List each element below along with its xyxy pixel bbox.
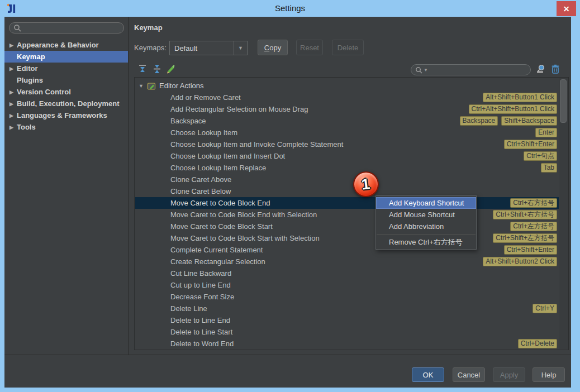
sidebar-item-keymap[interactable]: Keymap [4, 51, 128, 63]
action-label: Choose Lookup Item [170, 128, 237, 137]
action-label: Add or Remove Caret [170, 93, 241, 102]
tree-scrollbar-thumb[interactable] [560, 79, 567, 123]
shortcut-chips: Alt+Shift+Button1 Click [483, 93, 559, 102]
close-button[interactable]: ✕ [557, 1, 576, 16]
sidebar-item-label: Plugins [17, 76, 43, 84]
settings-nav: ▶Appearance & BehaviorKeymap▶EditorPlugi… [4, 39, 128, 133]
copy-button[interactable]: Copy [258, 40, 288, 55]
reset-button[interactable]: Reset [296, 40, 323, 55]
keymaps-label: Keymaps: [134, 41, 167, 55]
expand-arrow-icon[interactable]: ▶ [9, 89, 17, 95]
keymap-action-row[interactable]: Cut Line Backward [135, 267, 559, 279]
help-button[interactable]: Help [533, 367, 565, 382]
collapse-arrow-icon[interactable]: ▼ [139, 83, 147, 89]
shortcut-chips: Ctrl+Shift+Enter [504, 245, 559, 255]
expand-arrow-icon[interactable]: ▶ [9, 125, 17, 130]
sidebar-item-plugins[interactable]: Plugins [4, 74, 128, 86]
keymap-action-row[interactable]: Clone Caret Below [135, 185, 559, 197]
keymap-action-row[interactable]: Create Rectangular SelectionAlt+Shift+Bu… [135, 256, 559, 267]
keymap-action-row[interactable]: Choose Lookup Item ReplaceTab [135, 162, 559, 174]
shortcut-chips: Ctrl+句点 [524, 151, 559, 161]
keymap-action-row[interactable]: Choose Lookup Item and Invoke Complete S… [135, 138, 559, 150]
annotation-badge-label: 1 [361, 175, 372, 194]
keymap-action-row[interactable]: Decrease Font Size [135, 291, 559, 303]
chevron-down-icon[interactable]: ▼ [234, 41, 247, 55]
menu-item-add-keyboard-shortcut[interactable]: Add Keyboard Shortcut [376, 197, 476, 209]
keymap-page: Keymap Keymaps: Default ▼ Copy Reset Del… [129, 17, 571, 355]
tree-rows: ▼Editor ActionsAdd or Remove CaretAlt+Sh… [135, 78, 559, 349]
keymap-action-row[interactable]: Delete to Line End [135, 314, 559, 326]
shortcut-chip: Shift+Backspace [501, 116, 557, 126]
keymap-select[interactable]: Default ▼ [169, 41, 248, 55]
expand-all-icon[interactable] [137, 64, 148, 74]
shortcut-chip: Ctrl+Delete [518, 339, 557, 348]
expand-arrow-icon[interactable]: ▶ [9, 42, 17, 48]
shortcut-chip: Ctrl+Shift+Enter [504, 245, 557, 255]
shortcut-chip: Ctrl+左方括号 [510, 222, 557, 231]
settings-search-input[interactable] [9, 22, 124, 34]
action-label: Choose Lookup Item Replace [170, 164, 266, 172]
keymap-action-row[interactable]: Add Rectangular Selection on Mouse DragC… [135, 103, 559, 115]
find-actions-by-shortcut-icon[interactable] [535, 64, 546, 75]
cancel-button[interactable]: Cancel [453, 367, 485, 382]
shortcut-chip: Enter [535, 128, 557, 137]
keymap-group-row[interactable]: ▼Editor Actions [135, 80, 559, 92]
menu-item-add-mouse-shortcut[interactable]: Add Mouse Shortcut [376, 209, 476, 221]
keymap-action-row[interactable]: BackspaceBackspaceShift+Backspace [135, 115, 559, 127]
shortcut-chip: Ctrl+右方括号 [510, 198, 557, 208]
trash-icon[interactable] [550, 64, 561, 75]
shortcut-filter-input[interactable]: ▼ [411, 64, 531, 75]
titlebar: Settings ✕ [0, 0, 580, 17]
apply-button[interactable]: Apply [493, 367, 525, 382]
search-icon [415, 66, 422, 74]
keymap-action-row[interactable]: Choose Lookup ItemEnter [135, 127, 559, 138]
sidebar-item-editor[interactable]: ▶Editor [4, 63, 128, 74]
action-label: Move Caret to Code Block End with Select… [170, 211, 317, 219]
keymap-action-row[interactable]: Choose Lookup Item and Insert DotCtrl+句点 [135, 150, 559, 162]
keymap-action-row[interactable]: Move Caret to Code Block Start with Sele… [135, 232, 559, 244]
sidebar-item-tools[interactable]: ▶Tools [4, 121, 128, 133]
expand-arrow-icon[interactable]: ▶ [9, 66, 17, 71]
action-label: Delete to Line Start [170, 328, 232, 336]
shortcut-chips: Ctrl+Shift+Enter [504, 140, 559, 149]
annotation-badge-1: 1 [353, 171, 379, 197]
action-label: Choose Lookup Item and Insert Dot [170, 152, 285, 160]
shortcut-chips: Ctrl+Y [533, 304, 559, 313]
keymap-action-row[interactable]: Complete Current StatementCtrl+Shift+Ent… [135, 244, 559, 256]
action-label: Cut Line Backward [170, 269, 231, 278]
action-label: Move Caret to Code Block End [170, 199, 270, 207]
keymap-action-row[interactable]: Cut up to Line End [135, 279, 559, 291]
keymap-action-row[interactable]: Delete to Line Start [135, 326, 559, 338]
sidebar-item-version-control[interactable]: ▶Version Control [4, 86, 128, 98]
menu-item-add-abbreviation[interactable]: Add Abbreviation [376, 221, 476, 232]
keymap-action-row[interactable]: Move Caret to Code Block StartCtrl+左方括号 [135, 221, 559, 232]
keymap-action-row[interactable]: Move Caret to Code Block End with Select… [135, 209, 559, 221]
delete-button[interactable]: Delete [332, 40, 364, 55]
sidebar-item-appearance-behavior[interactable]: ▶Appearance & Behavior [4, 39, 128, 51]
search-icon [13, 24, 21, 32]
sidebar-item-label: Appearance & Behavior [17, 41, 99, 49]
shortcut-chips: Ctrl+Alt+Shift+Button1 Click [469, 104, 559, 114]
collapse-all-icon[interactable] [152, 64, 162, 74]
shortcut-chip: Ctrl+句点 [524, 151, 557, 161]
shortcut-chips: Ctrl+Shift+右方括号 [493, 210, 559, 219]
ok-button[interactable]: OK [412, 367, 444, 382]
keymap-select-value: Default [170, 44, 234, 52]
settings-window: Settings ✕ ▶Appearance & BehaviorKeymap▶… [0, 0, 580, 392]
edit-pencil-icon[interactable] [165, 64, 175, 74]
tree-scrollbar[interactable] [559, 78, 568, 349]
shortcut-chip: Ctrl+Shift+Enter [504, 140, 557, 149]
keymap-action-row[interactable]: Delete LineCtrl+Y [135, 303, 559, 314]
action-label: Move Caret to Code Block Start with Sele… [170, 234, 320, 242]
keymap-action-row[interactable]: Clone Caret Above [135, 174, 559, 185]
sidebar-item-languages-frameworks[interactable]: ▶Languages & Frameworks [4, 109, 128, 121]
keymap-action-row[interactable]: Add or Remove CaretAlt+Shift+Button1 Cli… [135, 92, 559, 103]
keymap-action-row[interactable]: Delete to Word EndCtrl+Delete [135, 338, 559, 349]
sidebar-item-build-execution-deployment[interactable]: ▶Build, Execution, Deployment [4, 98, 128, 109]
keymap-action-row[interactable]: Move Caret to Code Block EndCtrl+右方括号 [135, 197, 559, 209]
expand-arrow-icon[interactable]: ▶ [9, 101, 17, 107]
expand-arrow-icon[interactable]: ▶ [9, 113, 17, 118]
settings-content: ▶Appearance & BehaviorKeymap▶EditorPlugi… [4, 17, 571, 388]
menu-item-remove-ctrl[interactable]: Remove Ctrl+右方括号 [376, 236, 476, 248]
search-options-chevron-icon[interactable]: ▼ [424, 68, 428, 73]
